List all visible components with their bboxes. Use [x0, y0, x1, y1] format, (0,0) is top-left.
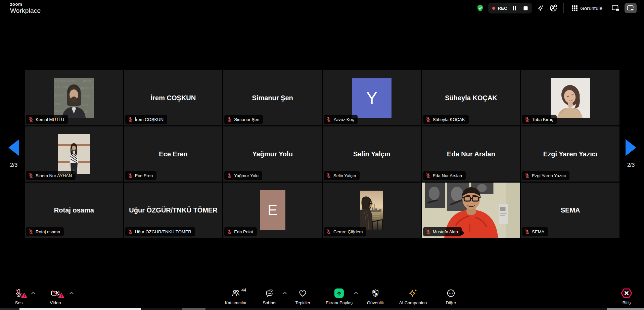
participant-tile-10[interactable]: Eda Nur ArslanEda Nur Arslan	[422, 126, 520, 182]
rec-label: REC	[498, 6, 507, 11]
participant-name-label: Eda Nur Arslan	[423, 171, 466, 180]
grid-view-icon	[572, 5, 578, 11]
muted-mic-icon	[425, 117, 431, 122]
participants-button[interactable]: 44 Katılımcılar	[225, 288, 246, 305]
pause-recording-button[interactable]	[512, 6, 517, 11]
participant-tile-4[interactable]: Süheyla KOÇAKSüheyla KOÇAK	[422, 70, 520, 125]
participant-name-label: Mustafa Alan	[423, 227, 462, 236]
muted-mic-icon	[227, 117, 232, 122]
participant-avatar: E	[260, 190, 285, 230]
focus-frame-button[interactable]	[549, 4, 557, 12]
share-screen-button[interactable]: Ekranı Paylaş	[326, 288, 353, 305]
share-screen-icon	[334, 288, 344, 298]
muted-mic-icon	[326, 229, 331, 234]
participant-tile-1[interactable]: İrem COŞKUNİrem COŞKUN	[124, 70, 223, 125]
chat-button[interactable]: Sohbet	[263, 288, 276, 305]
pip-view-button[interactable]	[612, 5, 620, 11]
participant-tile-8[interactable]: Yağmur YoluYağmur Yolu	[223, 126, 322, 182]
prev-page-arrow-icon[interactable]	[8, 139, 20, 157]
logo-zoom: zoom	[10, 2, 41, 6]
participant-name: Uğur ÖZGÜR/TNKÜ TÖMER	[135, 230, 191, 234]
share-screen-label: Ekranı Paylaş	[326, 300, 353, 305]
participant-tile-9[interactable]: Selin YalçınSelin Yalçın	[323, 126, 421, 182]
participant-name-label: Süheyla KOÇAK	[423, 115, 469, 124]
security-button[interactable]: Güvenlik	[367, 288, 384, 305]
participant-name: Tuba Kıraç	[532, 117, 553, 122]
share-options-chevron[interactable]	[354, 290, 358, 296]
participant-photo	[360, 191, 383, 230]
participant-display-name: Ece Eren	[156, 150, 190, 158]
security-label: Güvenlik	[367, 300, 384, 305]
participant-photo	[551, 78, 590, 118]
next-page-arrow-icon[interactable]	[625, 139, 637, 157]
muted-mic-icon	[128, 229, 133, 234]
view-button[interactable]: Görüntüle	[570, 5, 604, 11]
muted-mic-icon	[326, 173, 331, 178]
participant-name-label: Tuba Kıraç	[522, 115, 557, 124]
participant-name: Simanur Şen	[234, 117, 259, 122]
pause-icon	[512, 6, 517, 11]
participant-name-label: Selin Yalçın	[324, 171, 360, 180]
participant-tile-11[interactable]: Ezgi Yaren YazıcıEzgi Yaren Yazıcı	[521, 126, 619, 182]
ai-companion-topbar-button[interactable]	[537, 4, 544, 12]
rec-dot-icon	[492, 7, 495, 10]
video-button[interactable]: Video	[50, 288, 61, 305]
participant-tile-5[interactable]: Tuba Kıraç	[521, 70, 619, 125]
taskbar-edge	[0, 308, 644, 310]
muted-mic-icon	[28, 117, 34, 122]
participant-name-label: Kemal MUTLU	[26, 115, 68, 124]
gallery-prev-page: 2/3	[2, 139, 26, 168]
view-label: Görüntüle	[580, 5, 602, 11]
participant-tile-2[interactable]: Simanur ŞenSimanur Şen	[223, 70, 322, 125]
participant-name-label: Ezgi Yaren Yazıcı	[522, 171, 569, 180]
chevron-up-icon	[69, 292, 74, 295]
audio-options-chevron[interactable]	[31, 290, 36, 296]
audio-label: Ses	[15, 300, 22, 305]
participant-tile-7[interactable]: Ece ErenEce Eren	[124, 126, 223, 182]
participant-display-name: Ezgi Yaren Yazıcı	[541, 150, 600, 158]
participant-display-name: İrem COŞKUN	[148, 94, 198, 102]
end-meeting-button[interactable]: Bitiş	[621, 288, 633, 305]
participant-name: Ece Eren	[135, 173, 153, 178]
chat-options-chevron[interactable]	[282, 290, 287, 296]
ai-companion-button[interactable]: AI Companion	[399, 288, 427, 305]
participant-grid: ENT ÜNİVERSBEYKEENT ÜNİBEYKENTKENTTESİYK…	[25, 70, 619, 238]
participant-tile-6[interactable]: Sinem Nur AYHAN	[25, 126, 123, 182]
participant-name: Sinem Nur AYHAN	[36, 173, 72, 178]
svg-text:RSİT: RSİT	[82, 103, 89, 107]
page-indicator-right: 2/3	[619, 162, 643, 168]
participant-tile-16[interactable]: Mustafa Alan	[422, 183, 520, 238]
zoom-workplace-logo: zoom Workplace	[10, 2, 41, 14]
stop-recording-button[interactable]	[523, 6, 528, 10]
participant-tile-15[interactable]: Cemre Çiğdem	[323, 183, 421, 238]
participant-tile-3[interactable]: YYavuz Koç	[323, 70, 421, 125]
taskbar-edge-highlight	[19, 308, 141, 310]
participant-tile-17[interactable]: SEMASEMA	[521, 183, 619, 238]
participant-name: Yavuz Koç	[333, 117, 354, 122]
meeting-secure-shield-icon[interactable]	[476, 4, 484, 12]
muted-mic-icon	[28, 173, 34, 178]
participant-name-label: Yağmur Yolu	[224, 171, 262, 180]
muted-mic-icon	[326, 117, 331, 122]
svg-text:ENT ÜNİVERS: ENT ÜNİVERS	[55, 79, 76, 83]
participant-name: Ezgi Yaren Yazıcı	[532, 173, 566, 178]
participant-tile-0[interactable]: ENT ÜNİVERSBEYKEENT ÜNİBEYKENTKENTTESİYK…	[25, 70, 123, 125]
recording-pill: REC	[488, 3, 532, 13]
pip-icon	[612, 5, 620, 11]
participant-tile-13[interactable]: Uğur ÖZGÜR/TNKÜ TÖMERUğur ÖZGÜR/TNKÜ TÖM…	[124, 183, 223, 238]
reactions-button[interactable]: Tepkiler	[295, 288, 311, 305]
muted-mic-icon	[128, 117, 133, 122]
video-options-chevron[interactable]	[69, 290, 74, 296]
taskbar-edge-segment	[607, 308, 644, 310]
participant-tile-14[interactable]: EEda Polat	[223, 183, 322, 238]
minimal-view-button[interactable]	[625, 3, 637, 13]
audio-button[interactable]: Ses	[14, 288, 23, 305]
muted-mic-icon	[227, 229, 232, 234]
participant-tile-12[interactable]: Rotaj osamaRotaj osama	[25, 183, 123, 238]
participant-name-label: Uğur ÖZGÜR/TNKÜ TÖMER	[125, 227, 195, 236]
participant-name: Eda Nur Arslan	[433, 173, 462, 178]
chevron-up-icon	[354, 292, 358, 295]
taskbar-edge-segment	[0, 308, 19, 310]
more-button[interactable]: Diğer	[446, 288, 456, 305]
muted-mic-icon	[524, 173, 530, 178]
